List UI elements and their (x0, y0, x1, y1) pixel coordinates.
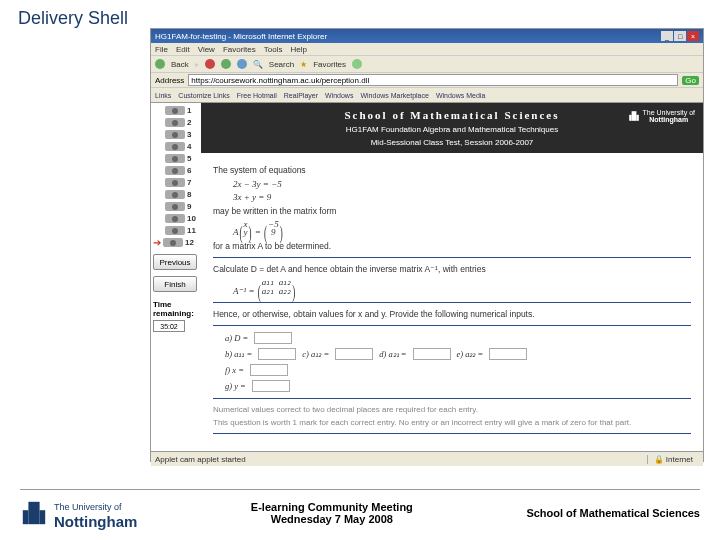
search-label[interactable]: Search (269, 60, 294, 69)
link-item[interactable]: RealPlayer (284, 92, 318, 99)
time-remaining-label: Time remaining: (153, 300, 199, 318)
matrix-expr: A(xy) = (−59) (233, 220, 691, 237)
footer-date: Wednesday 7 May 2008 (137, 513, 526, 525)
question-line: Calculate D = det A and hence obtain the… (213, 264, 691, 274)
link-item[interactable]: Customize Links (178, 92, 229, 99)
question-status-icon (165, 190, 185, 199)
divider (213, 302, 691, 303)
svg-rect-5 (40, 510, 46, 524)
menu-view[interactable]: View (198, 45, 215, 54)
answer-input-y[interactable] (252, 380, 290, 392)
question-nav-item[interactable]: 1 (153, 105, 199, 116)
svg-rect-3 (28, 502, 39, 524)
refresh-icon[interactable] (221, 59, 231, 69)
history-icon[interactable] (352, 59, 362, 69)
question-nav-item[interactable]: 3 (153, 129, 199, 140)
question-number: 3 (187, 130, 191, 139)
question-nav-item[interactable]: 9 (153, 201, 199, 212)
question-number: 1 (187, 106, 191, 115)
footer-meeting: E-learning Community Meeting (137, 501, 526, 513)
search-icon[interactable]: 🔍 (253, 60, 263, 69)
input-label: b) a₁₁ = (225, 349, 252, 359)
question-number: 4 (187, 142, 191, 151)
question-status-icon (165, 142, 185, 151)
question-nav-item[interactable]: 11 (153, 225, 199, 236)
link-item[interactable]: Windows Media (436, 92, 485, 99)
svg-rect-0 (632, 111, 637, 121)
forward-icon[interactable]: ▸ (195, 60, 199, 69)
address-bar: Address Go (151, 73, 703, 88)
question-nav-item[interactable]: 7 (153, 177, 199, 188)
go-button[interactable]: Go (682, 76, 699, 85)
divider (213, 433, 691, 434)
back-icon[interactable] (155, 59, 165, 69)
minimize-icon[interactable]: _ (661, 31, 673, 41)
question-nav-item[interactable]: 2 (153, 117, 199, 128)
question-number: 9 (187, 202, 191, 211)
finish-button[interactable]: Finish (153, 276, 197, 292)
answer-input-d[interactable] (254, 332, 292, 344)
question-number: 8 (187, 190, 191, 199)
svg-rect-1 (630, 115, 632, 121)
link-item[interactable]: Windows Marketplace (360, 92, 428, 99)
favorites-label[interactable]: Favorites (313, 60, 346, 69)
toolbar: Back ▸ 🔍 Search ★ Favorites (151, 56, 703, 73)
answer-input-a11[interactable] (258, 348, 296, 360)
slide-title: Delivery Shell (18, 8, 128, 29)
question-number: 5 (187, 154, 191, 163)
close-icon[interactable]: × (687, 31, 699, 41)
answer-input-x[interactable] (250, 364, 288, 376)
menu-edit[interactable]: Edit (176, 45, 190, 54)
question-nav-item[interactable]: 10 (153, 213, 199, 224)
link-item[interactable]: Windows (325, 92, 353, 99)
status-bar: Applet cam applet started 🔒Internet (151, 451, 703, 466)
input-label: a) D = (225, 333, 248, 343)
divider (213, 325, 691, 326)
question-number: 12 (185, 238, 194, 247)
course-banner: School of Mathematical Sciences HG1FAM F… (201, 103, 703, 153)
zone-label: Internet (666, 455, 693, 464)
previous-button[interactable]: Previous (153, 254, 197, 270)
home-icon[interactable] (237, 59, 247, 69)
equation: 2x − 3y = −5 (233, 179, 691, 189)
question-number: 7 (187, 178, 191, 187)
question-nav-item[interactable]: 6 (153, 165, 199, 176)
links-bar: Links Customize Links Free Hotmail RealP… (151, 88, 703, 103)
question-nav-item[interactable]: 8 (153, 189, 199, 200)
links-label: Links (155, 92, 171, 99)
question-nav-item[interactable]: 4 (153, 141, 199, 152)
window-title: HG1FAM-for-testing - Microsoft Internet … (155, 32, 327, 41)
question-line: The system of equations (213, 165, 691, 175)
link-item[interactable]: Free Hotmail (237, 92, 277, 99)
castle-icon (20, 498, 48, 528)
question-nav: 1234567891011➔12 Previous Finish Time re… (151, 103, 201, 451)
question-status-icon (165, 178, 185, 187)
footer-school: School of Mathematical Sciences (526, 507, 700, 519)
question-nav-item[interactable]: ➔12 (153, 237, 199, 248)
menu-help[interactable]: Help (290, 45, 306, 54)
stop-icon[interactable] (205, 59, 215, 69)
current-arrow-icon: ➔ (153, 239, 161, 247)
question-nav-item[interactable]: 5 (153, 153, 199, 164)
favorites-icon[interactable]: ★ (300, 60, 307, 69)
question-number: 10 (187, 214, 196, 223)
answer-input-a22[interactable] (489, 348, 527, 360)
question-status-icon (165, 118, 185, 127)
input-label: f) x = (225, 365, 244, 375)
question-number: 11 (187, 226, 196, 235)
answer-input-a21[interactable] (413, 348, 451, 360)
back-label[interactable]: Back (171, 60, 189, 69)
uni-logo-banner: The University ofNottingham (628, 109, 695, 123)
question-line: Hence, or otherwise, obtain values for x… (213, 309, 691, 319)
answer-input-a12[interactable] (335, 348, 373, 360)
equation: 3x + y = 9 (233, 192, 691, 202)
address-input[interactable] (188, 74, 678, 86)
menu-file[interactable]: File (155, 45, 168, 54)
menu-tools[interactable]: Tools (264, 45, 283, 54)
menu-favorites[interactable]: Favorites (223, 45, 256, 54)
question-body: School of Mathematical Sciences HG1FAM F… (201, 103, 703, 451)
test-name: Mid-Sessional Class Test, Session 2006-2… (211, 138, 693, 147)
maximize-icon[interactable]: □ (674, 31, 686, 41)
matrix-expr: A⁻¹ = (a₁₁ a₁₂a₂₁ a₂₂) (233, 278, 691, 296)
question-status-icon (165, 166, 185, 175)
